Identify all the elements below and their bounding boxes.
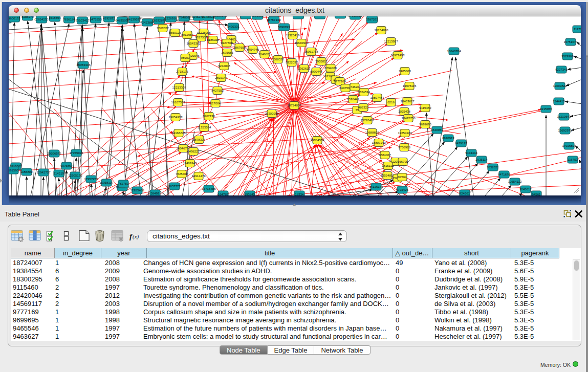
svg-text:93103413: 93103413 xyxy=(75,18,90,22)
svg-text:17016504: 17016504 xyxy=(562,144,576,147)
svg-text:64139537: 64139537 xyxy=(127,17,141,21)
svg-text:17957255: 17957255 xyxy=(84,177,98,181)
svg-text:29053346: 29053346 xyxy=(76,63,91,67)
svg-text:5878334: 5878334 xyxy=(193,138,205,141)
svg-text:18495758: 18495758 xyxy=(401,116,416,120)
svg-text:11171: 11171 xyxy=(574,27,581,31)
svg-text:28809570: 28809570 xyxy=(213,16,227,17)
svg-text:5098393: 5098393 xyxy=(278,25,290,29)
svg-text:8938913: 8938913 xyxy=(442,136,454,140)
svg-text:8471676: 8471676 xyxy=(498,172,510,176)
svg-text:10973493: 10973493 xyxy=(390,53,405,57)
svg-text:8454749: 8454749 xyxy=(247,48,259,51)
svg-text:1025438: 1025438 xyxy=(398,110,410,113)
svg-text:19384554: 19384554 xyxy=(310,138,324,142)
svg-text:1615594: 1615594 xyxy=(49,16,61,19)
svg-text:1031051: 1031051 xyxy=(292,16,304,17)
svg-text:19654923: 19654923 xyxy=(398,131,412,135)
svg-text:17359924: 17359924 xyxy=(69,151,83,155)
svg-text:1588520: 1588520 xyxy=(272,57,284,61)
svg-text:9146821: 9146821 xyxy=(258,52,271,56)
svg-text:25300295: 25300295 xyxy=(265,112,279,115)
svg-text:18463627: 18463627 xyxy=(400,99,415,103)
svg-text:114519: 114519 xyxy=(54,171,64,175)
svg-text:02654235: 02654235 xyxy=(34,17,49,21)
svg-text:12213309: 12213309 xyxy=(172,85,186,89)
svg-text:10688609: 10688609 xyxy=(365,130,379,134)
svg-text:9322037: 9322037 xyxy=(286,60,298,64)
svg-text:(x): (x) xyxy=(133,233,139,240)
svg-text:9327508: 9327508 xyxy=(221,41,233,45)
svg-text:58493: 58493 xyxy=(151,191,160,195)
svg-text:8660125: 8660125 xyxy=(169,31,181,34)
svg-text:74620: 74620 xyxy=(351,85,360,89)
svg-text:11353594: 11353594 xyxy=(198,125,211,129)
svg-text:18724007: 18724007 xyxy=(287,103,301,107)
svg-text:2867608: 2867608 xyxy=(233,46,246,49)
svg-text:1362615: 1362615 xyxy=(298,67,310,70)
svg-text:97848018: 97848018 xyxy=(177,16,191,19)
svg-text:8386379: 8386379 xyxy=(21,16,34,18)
svg-text:9474444: 9474444 xyxy=(465,151,477,155)
svg-text:2935114: 2935114 xyxy=(475,158,488,161)
svg-text:9699695: 9699695 xyxy=(419,122,431,126)
svg-text:19654933: 19654933 xyxy=(168,115,183,119)
svg-text:18334: 18334 xyxy=(295,192,304,195)
svg-text:9227341: 9227341 xyxy=(555,68,568,71)
svg-text:7816184: 7816184 xyxy=(63,17,75,21)
svg-text:7663822: 7663822 xyxy=(157,26,169,30)
svg-text:2603144: 2603144 xyxy=(215,76,227,79)
svg-text:6498222: 6498222 xyxy=(187,149,200,153)
svg-text:9657771: 9657771 xyxy=(168,184,181,188)
svg-text:10648784: 10648784 xyxy=(447,49,461,53)
svg-text:391595: 391595 xyxy=(9,168,19,172)
svg-text:12505135: 12505135 xyxy=(68,173,82,177)
svg-text:1815132: 1815132 xyxy=(382,164,394,167)
svg-text:10654112: 10654112 xyxy=(508,180,522,183)
svg-text:9777169: 9777169 xyxy=(334,79,346,83)
svg-text:1733426: 1733426 xyxy=(396,188,408,191)
svg-text:7182278: 7182278 xyxy=(239,16,252,17)
svg-text:6216: 6216 xyxy=(387,100,395,104)
svg-text:97564: 97564 xyxy=(398,175,407,179)
svg-text:8990448: 8990448 xyxy=(310,70,322,73)
svg-text:3675685: 3675685 xyxy=(221,51,233,54)
svg-text:3624534: 3624534 xyxy=(358,90,370,94)
svg-text:9327503: 9327503 xyxy=(195,35,207,39)
svg-text:7485063: 7485063 xyxy=(399,69,411,73)
svg-text:10154838: 10154838 xyxy=(374,28,388,32)
svg-text:19166825: 19166825 xyxy=(171,131,186,135)
svg-text:193845: 193845 xyxy=(245,192,255,195)
svg-text:1244415: 1244415 xyxy=(553,99,565,103)
svg-text:9600133: 9600133 xyxy=(9,16,20,20)
svg-text:8267130: 8267130 xyxy=(203,114,215,118)
svg-text:96532871: 96532871 xyxy=(152,18,166,22)
svg-text:16640910: 16640910 xyxy=(294,41,309,45)
svg-text:9975867: 9975867 xyxy=(60,164,73,167)
svg-text:486322: 486322 xyxy=(358,105,369,109)
svg-text:15716485: 15716485 xyxy=(202,187,216,190)
svg-text:15720407: 15720407 xyxy=(360,118,375,122)
svg-text:9756928: 9756928 xyxy=(398,145,410,149)
svg-text:7625402: 7625402 xyxy=(176,172,188,176)
svg-text:4192832: 4192832 xyxy=(103,16,115,20)
svg-text:8912954: 8912954 xyxy=(181,33,193,36)
svg-text:924561: 924561 xyxy=(460,191,470,195)
svg-text:117004: 117004 xyxy=(210,101,221,105)
svg-text:18807249: 18807249 xyxy=(372,141,386,144)
svg-text:5430391: 5430391 xyxy=(227,25,239,28)
svg-text:15958107: 15958107 xyxy=(99,181,114,184)
svg-text:782759: 782759 xyxy=(118,182,129,185)
svg-text:6475255: 6475255 xyxy=(90,17,102,21)
svg-text:9242848: 9242848 xyxy=(218,64,230,68)
svg-text:166795: 166795 xyxy=(398,160,408,163)
svg-text:67010651: 67010651 xyxy=(348,16,362,17)
svg-text:2536441: 2536441 xyxy=(347,97,359,101)
svg-text:16107553: 16107553 xyxy=(171,100,185,104)
svg-text:8186328: 8186328 xyxy=(207,38,219,41)
svg-text:16543382: 16543382 xyxy=(186,41,201,45)
svg-text:2718176: 2718176 xyxy=(176,70,188,73)
svg-text:16961758: 16961758 xyxy=(304,50,318,53)
svg-text:12093822: 12093822 xyxy=(553,84,567,87)
svg-text:7632621: 7632621 xyxy=(487,165,499,169)
